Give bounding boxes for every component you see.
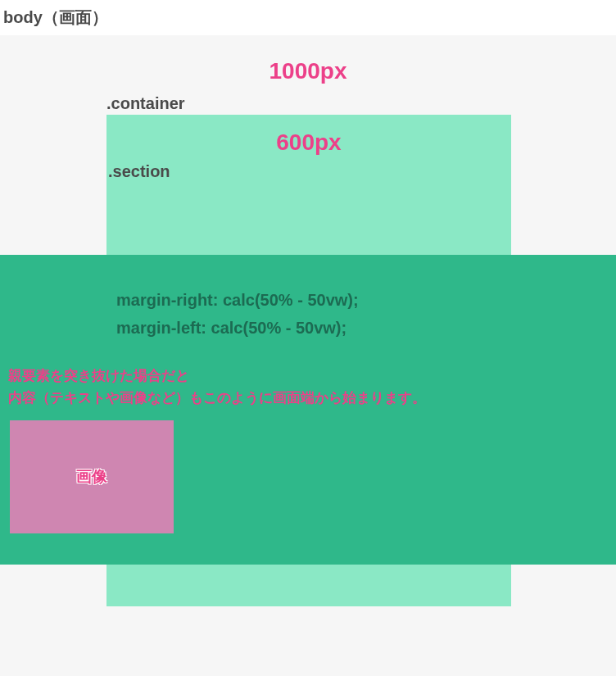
note-line-2: 内容（テキストや画像など）もこのように画面端から始まります。 xyxy=(8,387,616,409)
body-label: body（画面） xyxy=(0,0,616,35)
width-label-1000: 1000px xyxy=(0,35,616,94)
section-label: .section xyxy=(106,162,511,181)
note-text: 親要素を突き抜けた場合だと 内容（テキストや画像など）もこのように画面端から始ま… xyxy=(8,365,616,409)
code-line-margin-left: margin-left: calc(50% - 50vw); xyxy=(116,314,616,342)
body-area: 1000px .container 600px .section margin-… xyxy=(0,35,616,676)
width-label-600: 600px xyxy=(106,115,511,162)
code-line-margin-right: margin-right: calc(50% - 50vw); xyxy=(116,286,616,314)
container-label: .container xyxy=(106,94,616,113)
image-label: 画像 xyxy=(76,466,107,488)
section-box: margin-right: calc(50% - 50vw); margin-l… xyxy=(0,255,616,565)
note-line-1: 親要素を突き抜けた場合だと xyxy=(8,365,616,387)
image-placeholder: 画像 xyxy=(10,420,174,533)
